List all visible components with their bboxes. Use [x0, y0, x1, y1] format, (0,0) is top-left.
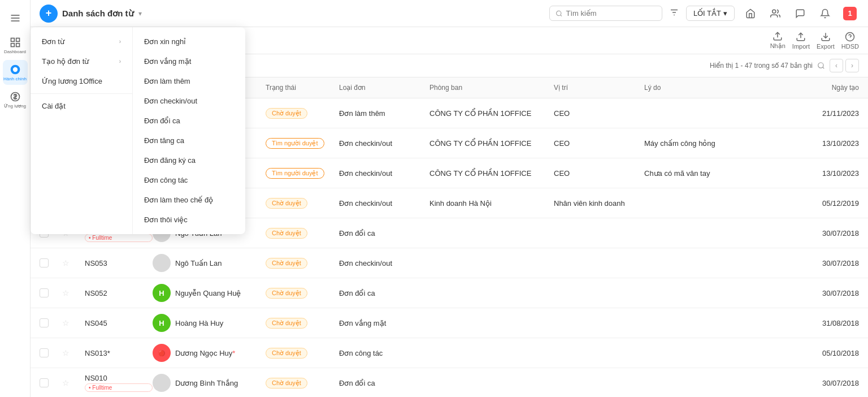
row-vi-tri: CEO	[554, 139, 644, 148]
users-icon-button[interactable]	[766, 5, 784, 23]
notification-icon-button[interactable]	[816, 5, 834, 23]
row-vi-tri: CEO	[554, 169, 644, 178]
row-status: Tìm người duyệt	[266, 138, 339, 149]
filter-icon[interactable]	[669, 7, 679, 19]
sidebar: Dashboard Hành chính Ứng lương	[0, 0, 31, 397]
row-loai-don: Đơn checkin/out	[339, 139, 429, 148]
sidebar-item-dashboard[interactable]: Dashboard	[3, 33, 28, 58]
svg-rect-5	[11, 43, 14, 46]
sidebar-item-label: Hành chính	[3, 76, 27, 81]
next-page-button[interactable]: ›	[845, 59, 859, 72]
svg-line-11	[561, 15, 562, 16]
menu-separator	[31, 93, 132, 94]
row-name: 🔴Dương Ngọc Huy*	[153, 344, 266, 362]
loi-tat-button[interactable]: LỐI TẮT ▾	[686, 6, 735, 21]
row-status: Chờ duyệt	[266, 198, 339, 209]
row-id: NS010• Fulltime	[85, 374, 153, 392]
table-row[interactable]: ☆ NS045 HHoàng Hà Huy Chờ duyệt Đơn vắng…	[31, 308, 868, 338]
sidebar-item-hanh-chinh[interactable]: Hành chính	[3, 60, 28, 85]
svg-rect-4	[16, 38, 19, 41]
app-icon-button[interactable]: 1	[841, 5, 859, 23]
sidebar-item-label: Dashboard	[4, 49, 26, 54]
sidebar-item-label: Ứng lương	[4, 103, 26, 109]
row-checkbox[interactable]	[40, 318, 62, 327]
row-ngay-tao: 05/10/2018	[791, 349, 859, 357]
row-star[interactable]: ☆	[62, 348, 85, 357]
row-ly-do: Máy chấm công hỏng	[644, 139, 791, 148]
menu-item-don-doi-ca[interactable]: Đơn đổi ca	[133, 111, 234, 131]
messages-icon-button[interactable]	[791, 5, 809, 23]
row-checkbox[interactable]	[40, 288, 62, 297]
table-row[interactable]: ☆ NS053 Ngô Tuấn Lan Chờ duyệt Đơn check…	[31, 248, 868, 278]
table-row[interactable]: ☆ NS052 HNguyễn Quang Huệ Chờ duyệt Đơn …	[31, 278, 868, 308]
row-ngay-tao: 05/12/2019	[791, 199, 859, 208]
row-loai-don: Đơn vắng mặt	[339, 319, 429, 327]
menu-item-don-checkin[interactable]: Đơn checkin/out	[133, 91, 234, 111]
row-loai-don: Đơn checkin/out	[339, 259, 429, 267]
search-box[interactable]	[549, 6, 662, 21]
menu-item-don-lam-them[interactable]: Đơn làm thêm	[133, 71, 234, 91]
menu-item-ung-luong[interactable]: Ứng lương 1Office	[31, 71, 132, 91]
menu-item-don-thoi-viec[interactable]: Đơn thôi việc	[133, 210, 234, 230]
menu-item-don-xin-nghi[interactable]: Đơn xin nghỉ	[133, 32, 234, 51]
svg-point-15	[772, 10, 776, 13]
row-status: Chờ duyệt	[266, 258, 339, 269]
row-checkbox[interactable]	[40, 258, 62, 267]
row-ngay-tao: 13/10/2023	[791, 169, 859, 178]
prev-page-button[interactable]: ‹	[830, 59, 843, 72]
row-loai-don: Đơn checkin/out	[339, 169, 429, 178]
menu-item-don-lam-theo-che-do[interactable]: Đơn làm theo chế độ	[133, 190, 234, 210]
row-ngay-tao: 30/07/2018	[791, 379, 859, 387]
import-button[interactable]: Import	[792, 32, 810, 50]
sidebar-menu-toggle[interactable]	[3, 6, 28, 31]
menu-col-1: Đơn từ › Tạo hộ đơn từ › Ứng lương 1Offi…	[31, 27, 132, 234]
export-button[interactable]: Export	[817, 32, 835, 50]
svg-point-21	[818, 63, 823, 68]
row-status: Tìm người duyệt	[266, 168, 339, 179]
row-checkbox[interactable]	[40, 348, 62, 357]
menu-item-don-vang-mat[interactable]: Đơn vắng mặt	[133, 51, 234, 71]
row-ly-do: Chưa có mã vân tay	[644, 169, 791, 178]
menu-item-don-cong-tac[interactable]: Đơn công tác	[133, 170, 234, 190]
search-table-icon[interactable]	[817, 62, 825, 70]
table-row[interactable]: ☆ NS010• Fulltime Dương Bình Thắng Chờ d…	[31, 368, 868, 397]
svg-line-22	[823, 67, 824, 69]
row-ngay-tao: 30/07/2018	[791, 259, 859, 267]
row-checkbox[interactable]	[40, 378, 62, 387]
col-trang-thai: Trạng thái	[266, 84, 339, 92]
nhan-button[interactable]: Nhận	[770, 31, 785, 50]
table-info-text: Hiển thị 1 - 47 trong số 47 bản ghi	[710, 62, 813, 70]
row-star[interactable]: ☆	[62, 318, 85, 327]
row-ngay-tao: 21/11/2023	[791, 109, 859, 118]
search-icon	[555, 10, 563, 18]
row-id: NS053	[85, 259, 153, 267]
row-star[interactable]: ☆	[62, 378, 85, 387]
menu-item-don-dang-ky-ca[interactable]: Đơn đăng ký ca	[133, 150, 234, 170]
row-star[interactable]: ☆	[62, 288, 85, 297]
table-row[interactable]: ☆ NS013* 🔴Dương Ngọc Huy* Chờ duyệt Đơn …	[31, 338, 868, 368]
hdsd-button[interactable]: HDSD	[841, 32, 859, 50]
top-header: + Danh sách đơn từ ▾ LỐI TẮT ▾	[31, 0, 868, 27]
svg-rect-3	[11, 38, 14, 41]
menu-item-tao-ho-don-tu[interactable]: Tạo hộ đơn từ ›	[31, 51, 132, 71]
row-status: Chờ duyệt	[266, 378, 339, 389]
row-loai-don: Đơn đổi ca	[339, 289, 429, 297]
row-id: NS045	[85, 319, 153, 327]
row-star[interactable]: ☆	[62, 258, 85, 267]
row-status: Chờ duyệt	[266, 288, 339, 299]
search-input[interactable]	[566, 9, 656, 18]
row-ngay-tao: 13/10/2023	[791, 139, 859, 148]
col-ngay-tao: Ngày tạo	[791, 84, 859, 92]
menu-item-cai-dat[interactable]: Cài đặt	[31, 96, 132, 116]
menu-item-don-tang-ca[interactable]: Đơn tăng ca	[133, 131, 234, 150]
menu-item-don-tu[interactable]: Đơn từ ›	[31, 32, 132, 51]
add-button[interactable]: +	[40, 5, 58, 23]
home-icon-button[interactable]	[741, 5, 760, 23]
row-phong-ban: Kinh doanh Hà Nội	[429, 199, 554, 208]
title-dropdown-arrow[interactable]: ▾	[138, 10, 142, 18]
col-loai-don: Loại đơn	[339, 84, 429, 92]
col-vi-tri: Vị trí	[554, 84, 644, 92]
sidebar-item-ung-luong[interactable]: Ứng lương	[3, 87, 28, 112]
row-loai-don: Đơn đổi ca	[339, 379, 429, 387]
row-name: HHoàng Hà Huy	[153, 314, 266, 332]
